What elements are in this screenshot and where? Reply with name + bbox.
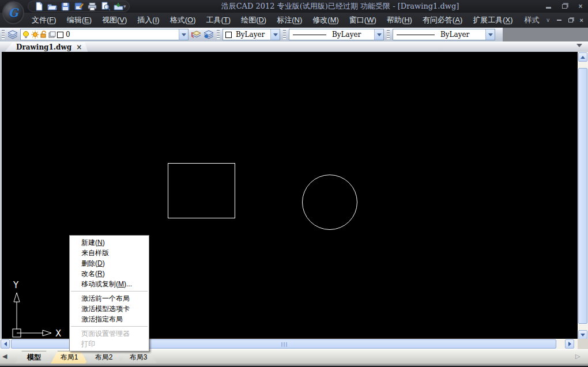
layer-freeze-sun-icon — [31, 31, 39, 39]
new-file-icon[interactable] — [34, 2, 44, 12]
tab-layout1[interactable]: 布局1 — [51, 351, 88, 364]
style-toolbar-label[interactable]: 样式 — [525, 15, 540, 25]
toolbar-grip[interactable] — [217, 30, 220, 39]
document-tab[interactable]: Drawing1.dwg × — [5, 42, 88, 52]
layer-on-bulb-icon — [22, 31, 30, 39]
ctx-plot: 打印 — [70, 339, 149, 349]
menu-modify[interactable]: 修改(M) — [307, 13, 344, 27]
linetype-value: ByLayer — [330, 31, 374, 39]
open-file-icon[interactable] — [47, 2, 57, 12]
print-preview-icon[interactable] — [100, 2, 110, 12]
menu-window[interactable]: 窗口(W) — [344, 13, 382, 27]
color-dropdown[interactable]: ByLayer — [223, 29, 280, 40]
vertical-scrollbar[interactable] — [578, 52, 588, 340]
minimize-icon[interactable] — [544, 2, 552, 10]
tab-nav-right-icon[interactable]: ▷ — [575, 353, 580, 360]
lineweight-dropdown[interactable]: ByLayer — [393, 29, 495, 40]
ucs-icon: Y X — [7, 278, 74, 339]
ctx-rename[interactable]: 改名(R) — [70, 268, 149, 279]
ctx-delete[interactable]: 删除(D) — [70, 258, 149, 268]
quick-access-overflow-chevron[interactable]: ▾ — [123, 3, 126, 9]
make-layer-current-icon[interactable] — [190, 29, 202, 40]
style-chevron-icon[interactable]: ˅ — [546, 17, 550, 24]
document-tab-label: Drawing1.dwg — [16, 43, 71, 51]
child-restore-icon[interactable] — [568, 18, 573, 22]
chevron-down-icon[interactable] — [374, 29, 383, 40]
toolbar-row: 0 ByLayer ByLayer — [0, 28, 588, 41]
ctx-activate-model-tab[interactable]: 激活模型选项卡 — [70, 304, 149, 314]
lineweight-preview — [397, 35, 435, 35]
menu-draw[interactable]: 绘图(D) — [236, 13, 272, 27]
menu-tools[interactable]: 工具(T) — [201, 13, 236, 27]
menu-help[interactable]: 帮助(H) — [382, 13, 417, 27]
ctx-activate-previous-layout[interactable]: 激活前一个布局 — [70, 293, 149, 304]
restore-icon[interactable] — [560, 2, 568, 10]
layer-name: 0 — [63, 31, 179, 39]
layer-color-swatch — [57, 32, 63, 38]
chevron-down-icon[interactable] — [485, 29, 495, 40]
menu-file[interactable]: 文件(F) — [27, 13, 62, 27]
drawn-circle[interactable] — [302, 175, 357, 230]
scroll-left-icon[interactable] — [1, 339, 10, 349]
document-tab-close-icon[interactable]: × — [76, 43, 82, 51]
document-tab-strip: Drawing1.dwg × — [0, 41, 588, 52]
child-close-icon[interactable]: × — [580, 17, 583, 24]
layer-previous-icon[interactable] — [202, 29, 215, 40]
toolbar-grip[interactable] — [387, 30, 390, 39]
quick-access-toolbar — [28, 1, 130, 12]
scrollbar-grip — [281, 342, 287, 347]
ctx-move-or-copy[interactable]: 移动或复制(M)... — [70, 279, 149, 289]
menu-insert[interactable]: 插入(I) — [132, 13, 164, 27]
menu-qa[interactable]: 有问必答(A) — [417, 13, 468, 27]
tab-nav-left-icon[interactable]: ◀ — [2, 353, 7, 360]
menu-separator — [71, 291, 148, 292]
vertical-scrollbar-thumb[interactable] — [578, 68, 587, 324]
ctx-from-template[interactable]: 来自样版 — [70, 248, 149, 258]
tab-layout3[interactable]: 布局3 — [120, 351, 157, 364]
document-tabs-overflow-chevron[interactable] — [576, 44, 582, 47]
menu-bar: 文件(F) 编辑(E) 视图(V) 插入(I) 格式(O) 工具(T) 绘图(D… — [0, 13, 588, 28]
chevron-down-icon[interactable] — [270, 29, 280, 40]
color-value: ByLayer — [233, 31, 270, 39]
title-bar: ▾ 浩辰CAD 2012 专业版(试用版)已经过期 功能受限 - [Drawin… — [0, 0, 588, 13]
toolbar-grip[interactable] — [283, 30, 286, 39]
menu-express-tools[interactable]: 扩展工具(X) — [468, 13, 518, 27]
ctx-activate-layout[interactable]: 激活指定布局 — [70, 314, 149, 324]
menu-edit[interactable]: 编辑(E) — [62, 13, 97, 27]
chevron-down-icon[interactable] — [179, 29, 188, 40]
ucs-y-label: Y — [13, 280, 19, 290]
layer-lock-icon — [40, 31, 47, 39]
menu-format[interactable]: 格式(O) — [165, 13, 201, 27]
ctx-page-setup-manager: 页面设置管理器 — [70, 328, 149, 339]
scrollbar-corner — [578, 339, 588, 349]
menu-view[interactable]: 视图(V) — [97, 13, 132, 27]
current-color-swatch — [225, 32, 232, 38]
close-icon[interactable]: × — [576, 2, 585, 10]
save-as-icon[interactable] — [74, 2, 84, 12]
bottom-edge — [0, 364, 588, 367]
print-icon[interactable] — [87, 2, 97, 12]
layers-properties-toolbar: 0 ByLayer ByLayer — [0, 28, 503, 41]
layout-context-menu: 新建(N) 来自样版 删除(D) 改名(R) 移动或复制(M)... 激活前一个… — [69, 235, 149, 351]
layer-plot-icon — [48, 31, 56, 39]
toolbar-grip[interactable] — [2, 30, 5, 39]
ucs-x-label: X — [55, 328, 61, 339]
app-logo[interactable]: G — [2, 1, 24, 24]
scroll-right-icon[interactable] — [565, 339, 574, 349]
save-icon[interactable] — [61, 2, 70, 12]
tab-layout2[interactable]: 布局2 — [85, 351, 122, 364]
child-minimize-icon[interactable] — [557, 20, 561, 21]
scroll-down-icon[interactable] — [578, 330, 587, 339]
drawn-rectangle[interactable] — [168, 163, 235, 218]
linetype-dropdown[interactable]: ByLayer — [289, 29, 384, 40]
layer-dropdown[interactable]: 0 — [20, 29, 189, 40]
publish-icon[interactable] — [114, 2, 123, 12]
scroll-up-icon[interactable] — [578, 52, 587, 62]
lineweight-value: ByLayer — [438, 31, 485, 39]
layer-manager-icon[interactable] — [6, 29, 19, 40]
menu-dimension[interactable]: 标注(N) — [272, 13, 307, 27]
tab-model[interactable]: 模型 — [15, 351, 53, 364]
application-window: ▾ 浩辰CAD 2012 专业版(试用版)已经过期 功能受限 - [Drawin… — [0, 0, 588, 367]
linetype-preview — [293, 35, 326, 35]
ctx-new-layout[interactable]: 新建(N) — [70, 237, 149, 248]
